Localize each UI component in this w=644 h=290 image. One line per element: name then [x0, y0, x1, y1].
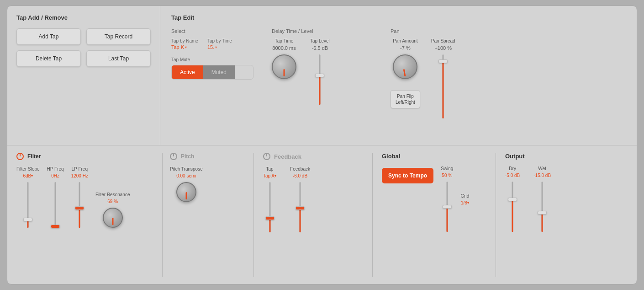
filter-header: Filter	[16, 153, 153, 160]
output-row: Dry -5.0 dB Wet -15.0 dB	[505, 166, 628, 232]
pan-spread-col: Pan Spread +100 %	[431, 38, 455, 118]
swing-label: Swing	[441, 166, 453, 171]
sync-to-tempo-button[interactable]: Sync to Tempo	[382, 168, 433, 183]
bottom-section: Filter Filter Slope 6dB ▾	[7, 145, 637, 284]
pan-amount-label: Pan Amount	[393, 38, 417, 43]
filter-slope-value[interactable]: 6dB ▾	[23, 173, 33, 178]
feedback-level-label: Feedback	[290, 166, 310, 172]
pan-spread-value: +100 %	[434, 45, 452, 51]
tap-by-name-label: Tap by Name	[171, 38, 198, 43]
hp-freq-slider[interactable]	[52, 182, 58, 228]
hp-freq-thumb[interactable]	[51, 225, 60, 228]
tap-level-label: Tap Level	[310, 38, 330, 43]
feedback-level-thumb[interactable]	[296, 206, 305, 210]
main-container: Tap Add / Remove Add Tap Tap Record Dele…	[7, 5, 637, 285]
pitch-transpose-col: Pitch Transpose 0.00 semi	[170, 166, 203, 202]
dry-slider[interactable]	[509, 182, 516, 232]
feedback-tap-col: Tap Tap A ▾	[263, 166, 276, 232]
lp-freq-value: 1200 Hz	[71, 173, 88, 178]
pitch-transpose-label: Pitch Transpose	[170, 166, 203, 172]
pan-spread-fill	[443, 61, 444, 118]
wet-label: Wet	[538, 166, 546, 171]
feedback-tap-arrow: ▾	[274, 174, 276, 178]
feedback-tap-thumb[interactable]	[265, 216, 274, 220]
global-row: Sync to Tempo Swing 50 % Grid 1/8 ▾	[382, 166, 486, 232]
lp-freq-slider[interactable]	[76, 182, 83, 228]
pan-label: Pan	[391, 28, 509, 34]
pan-spread-label: Pan Spread	[431, 38, 455, 43]
feedback-power-icon[interactable]	[263, 153, 270, 160]
pan-spread-slider[interactable]	[440, 54, 446, 118]
tap-record-button[interactable]: Tap Record	[86, 28, 151, 45]
delay-section: Delay Time / Level Tap Time 8000.0 ms Ta…	[272, 28, 372, 105]
pitch-transpose-knob[interactable]	[176, 182, 196, 202]
swing-slider[interactable]	[444, 182, 450, 232]
dry-thumb[interactable]	[508, 198, 517, 201]
hp-freq-col: HP Freq 0Hz	[47, 166, 64, 228]
feedback-header: Feedback	[263, 153, 363, 160]
pan-amount-knob[interactable]	[393, 54, 417, 79]
filter-resonance-knob[interactable]	[103, 208, 123, 228]
pitch-title: Pitch	[181, 153, 194, 160]
feedback-title: Feedback	[274, 153, 301, 160]
feedback-section: Feedback Tap Tap A ▾ Feedback	[254, 153, 373, 277]
last-tap-button[interactable]: Last Tap	[86, 50, 151, 67]
pitch-header: Pitch	[170, 153, 246, 160]
tap-mute-toggle-group: Active Muted	[171, 65, 253, 80]
tap-by-time-label: Tap by Time	[207, 38, 232, 43]
dry-col: Dry -5.0 dB	[505, 166, 520, 232]
muted-toggle-button[interactable]: Muted	[203, 65, 235, 79]
pan-row: Pan Amount -7 % Pan FlipLeft/Right Pan S…	[391, 38, 509, 118]
grid-arrow: ▾	[467, 201, 469, 205]
tap-add-remove-title: Tap Add / Remove	[16, 14, 151, 21]
tap-time-knob[interactable]	[272, 54, 296, 79]
feedback-level-fill	[299, 207, 301, 232]
pan-amount-value: -7 %	[400, 45, 411, 51]
hp-freq-value: 0Hz	[51, 173, 59, 178]
feedback-tap-value[interactable]: Tap A ▾	[263, 173, 276, 178]
pitch-section: Pitch Pitch Transpose 0.00 semi	[163, 153, 254, 277]
lp-freq-thumb[interactable]	[75, 206, 84, 210]
tap-level-col: Tap Level -6.5 dB	[310, 38, 330, 105]
filter-resonance-col: Filter Resonance 69 %	[95, 192, 130, 228]
pan-spread-thumb[interactable]	[438, 59, 448, 63]
feedback-level-slider[interactable]	[297, 182, 303, 232]
feedback-tap-slider[interactable]	[267, 182, 273, 232]
tap-time-label: Tap Time	[275, 38, 294, 43]
swing-fill	[446, 207, 448, 232]
wet-fill	[542, 212, 543, 232]
grid-value[interactable]: 1/8 ▾	[461, 200, 469, 205]
global-section: Global Sync to Tempo Swing 50 % Grid 1/8	[373, 153, 496, 277]
add-tap-button[interactable]: Add Tap	[16, 28, 81, 45]
wet-thumb[interactable]	[538, 211, 547, 215]
tap-edit-content: Select Tap by Name Tap K ▾ Tap by Time	[171, 28, 626, 137]
swing-thumb[interactable]	[443, 205, 452, 209]
pan-flip-button[interactable]: Pan FlipLeft/Right	[391, 90, 420, 108]
active-toggle-button[interactable]: Active	[172, 65, 203, 79]
delete-tap-button[interactable]: Delete Tap	[16, 50, 81, 67]
tap-by-name-col: Tap by Name Tap K ▾	[171, 38, 198, 50]
global-title: Global	[382, 153, 486, 160]
filter-power-icon[interactable]	[16, 153, 24, 160]
feedback-level-value: -6.0 dB	[293, 173, 307, 178]
wet-slider[interactable]	[539, 182, 545, 232]
select-section: Select Tap by Name Tap K ▾ Tap by Time	[171, 28, 253, 80]
filter-slope-slider[interactable]	[25, 182, 31, 228]
tap-time-col: Tap Time 8000.0 ms	[272, 38, 296, 79]
tap-level-slider[interactable]	[317, 54, 323, 105]
filter-section: Filter Filter Slope 6dB ▾	[7, 153, 163, 277]
dry-value: -5.0 dB	[505, 173, 520, 178]
tap-level-thumb[interactable]	[315, 74, 324, 77]
wet-value: -15.0 dB	[533, 173, 551, 178]
wet-col: Wet -15.0 dB	[533, 166, 551, 232]
tap-by-name-value[interactable]: Tap K ▾	[171, 44, 198, 50]
tap-add-remove-panel: Tap Add / Remove Add Tap Tap Record Dele…	[7, 6, 160, 145]
pitch-power-icon[interactable]	[170, 153, 177, 160]
filter-slope-thumb[interactable]	[23, 218, 32, 221]
pan-section: Pan Pan Amount -7 % Pan FlipLeft/Right P…	[391, 28, 509, 118]
tap-mute-label: Tap Mute	[171, 57, 253, 62]
tap-by-time-value[interactable]: 15. ▾	[207, 44, 232, 50]
select-row: Tap by Name Tap K ▾ Tap by Time 15. ▾	[171, 38, 253, 50]
hp-freq-label: HP Freq	[47, 166, 64, 172]
tap-level-fill	[319, 75, 321, 105]
